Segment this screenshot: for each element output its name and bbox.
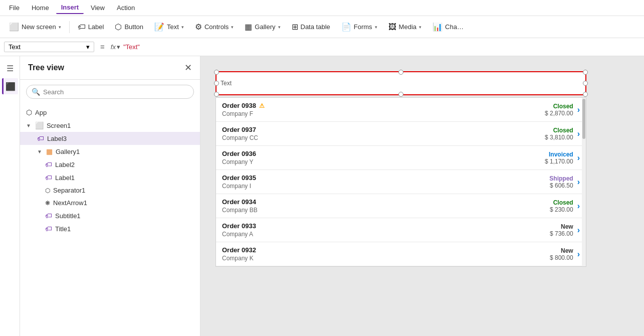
tree-item-screen1-label: Screen1 [47, 122, 71, 129]
media-button[interactable]: 🖼 Media ▾ [383, 20, 426, 34]
data-table-label: Data table [301, 23, 330, 31]
gallery-row[interactable]: Order 0932 Company K New $ 800.00 › [216, 242, 586, 266]
company-label: Company Y [222, 158, 533, 165]
gallery-row[interactable]: Order 0935 Company I Shipped $ 606.50 › [216, 170, 586, 194]
tree-item-title1[interactable]: 🏷 Title1 [20, 222, 200, 235]
label-icon: 🏷 [78, 23, 86, 32]
gallery-row[interactable]: Order 0938 ⚠ Company F Closed $ 2,870.00… [216, 98, 586, 122]
status-label: Closed [533, 103, 573, 110]
company-label: Company K [222, 255, 533, 262]
handle-top-middle[interactable] [398, 70, 403, 75]
amount-label: $ 606.50 [533, 182, 573, 189]
tree-item-app[interactable]: ⬡ App [20, 106, 200, 119]
canvas-area[interactable]: Text Order 0938 ⚠ Company F [200, 56, 644, 336]
button-button[interactable]: ⬡ Button [110, 20, 148, 34]
tree-close-button[interactable]: ✕ [184, 62, 192, 73]
fx-button[interactable]: fx ▾ [111, 43, 120, 51]
button-icon: ⬡ [115, 22, 122, 32]
tree-item-label1[interactable]: 🏷 Label1 [20, 171, 200, 184]
menu-view[interactable]: View [86, 2, 110, 14]
amount-label: $ 3,810.00 [533, 134, 573, 141]
forms-button[interactable]: 📄 Forms ▾ [336, 20, 382, 34]
sidebar-icons: ☰ ⬛ [0, 56, 20, 336]
handle-middle-right[interactable] [583, 81, 588, 86]
tree-item-label2[interactable]: 🏷 Label2 [20, 158, 200, 171]
status-label: Closed [533, 127, 573, 134]
amount-label: $ 2,870.00 [533, 110, 573, 117]
menu-insert[interactable]: Insert [56, 2, 84, 14]
text-button[interactable]: 📝 Text ▾ [149, 20, 189, 34]
tree-item-subtitle1-label: Subtitle1 [55, 212, 81, 220]
tree-item-separator1[interactable]: ⬡ Separator1 [20, 184, 200, 197]
search-input[interactable] [43, 88, 188, 96]
status-label: Closed [533, 199, 573, 206]
property-selector[interactable]: Text ▾ [4, 42, 94, 52]
handle-top-right[interactable] [583, 70, 588, 75]
tree-item-gallery1[interactable]: ▼ ▦ Gallery1 [20, 145, 200, 158]
fx-label: fx [111, 43, 116, 51]
tree-body: ⬡ App ▼ ⬜ Screen1 🏷 Label3 ▼ ▦ Gallery1 [20, 104, 200, 336]
handle-bottom-middle[interactable] [398, 92, 403, 97]
handle-bottom-right[interactable] [583, 92, 588, 97]
new-screen-icon: ⬜ [9, 22, 19, 32]
hamburger-menu-icon[interactable]: ☰ [2, 60, 18, 76]
new-screen-caret: ▾ [59, 25, 61, 30]
data-table-button[interactable]: ⊞ Data table [287, 20, 335, 34]
formula-value[interactable]: "Text" [123, 43, 640, 51]
next-arrow-icon: › [577, 226, 580, 235]
new-screen-button[interactable]: ⬜ New screen ▾ [4, 20, 66, 34]
amount-label: $ 1,170.00 [533, 158, 573, 165]
media-label: Media [399, 23, 416, 31]
layers-icon[interactable]: ⬛ [2, 78, 18, 94]
menu-file[interactable]: File [4, 2, 25, 14]
controls-button[interactable]: ⚙ Controls ▾ [190, 20, 239, 34]
handle-top-left[interactable] [214, 70, 219, 75]
controls-label: Controls [204, 23, 229, 31]
gallery1-chevron: ▼ [37, 149, 42, 154]
gallery-row[interactable]: Order 0933 Company A New $ 736.00 › [216, 218, 586, 242]
app-icon: ⬡ [26, 108, 32, 116]
company-label: Company A [222, 231, 533, 238]
title1-icon: 🏷 [45, 225, 52, 233]
equals-symbol: = [97, 43, 108, 51]
menu-home[interactable]: Home [27, 2, 54, 14]
tree-item-screen1[interactable]: ▼ ⬜ Screen1 [20, 119, 200, 132]
tree-item-separator1-label: Separator1 [53, 187, 85, 194]
handle-bottom-left[interactable] [214, 92, 219, 97]
canvas-label3[interactable]: Text [216, 71, 586, 95]
gallery-row[interactable]: Order 0934 Company BB Closed $ 230.00 › [216, 194, 586, 218]
gallery-button[interactable]: ▦ Gallery ▾ [240, 20, 285, 34]
tree-item-title1-label: Title1 [55, 225, 71, 233]
tree-item-app-label: App [35, 109, 47, 116]
tree-item-label2-label: Label2 [55, 161, 75, 169]
canvas-gallery1: Order 0938 ⚠ Company F Closed $ 2,870.00… [216, 97, 586, 267]
tree-title: Tree view [28, 63, 64, 72]
tree-item-nextarrow1[interactable]: ❋ NextArrow1 [20, 197, 200, 209]
company-label: Company I [222, 183, 533, 190]
gallery-scrollbar-thumb[interactable] [582, 99, 585, 139]
label-label: Label [88, 23, 104, 31]
gallery-row[interactable]: Order 0936 Company Y Invoiced $ 1,170.00… [216, 146, 586, 170]
button-label: Button [124, 23, 143, 31]
menu-action[interactable]: Action [112, 2, 140, 14]
tree-item-gallery1-label: Gallery1 [56, 148, 80, 155]
tree-panel: Tree view ✕ 🔍 ⬡ App ▼ ⬜ Screen1 🏷 Labe [20, 56, 200, 336]
label2-icon: 🏷 [45, 160, 52, 169]
screen-icon: ⬜ [35, 121, 44, 129]
next-arrow-icon: › [577, 178, 580, 187]
label-button[interactable]: 🏷 Label [73, 20, 109, 34]
chart-button[interactable]: 📊 Cha… [427, 20, 469, 34]
gallery-row[interactable]: Order 0937 Company CC Closed $ 3,810.00 … [216, 122, 586, 146]
status-label: Shipped [533, 175, 573, 182]
media-icon: 🖼 [388, 23, 396, 32]
tree-item-label3[interactable]: 🏷 Label3 [20, 132, 200, 145]
tree-item-subtitle1[interactable]: 🏷 Subtitle1 [20, 209, 200, 222]
tree-search-box[interactable]: 🔍 [26, 85, 194, 99]
gallery-scrollbar[interactable] [582, 98, 586, 266]
formula-bar: Text ▾ = fx ▾ "Text" [0, 38, 644, 56]
handle-middle-left[interactable] [214, 81, 219, 86]
gallery-icon: ▦ [245, 22, 252, 32]
subtitle1-icon: 🏷 [45, 212, 52, 220]
text-label: Text [167, 23, 179, 31]
property-selector-caret: ▾ [86, 43, 90, 51]
